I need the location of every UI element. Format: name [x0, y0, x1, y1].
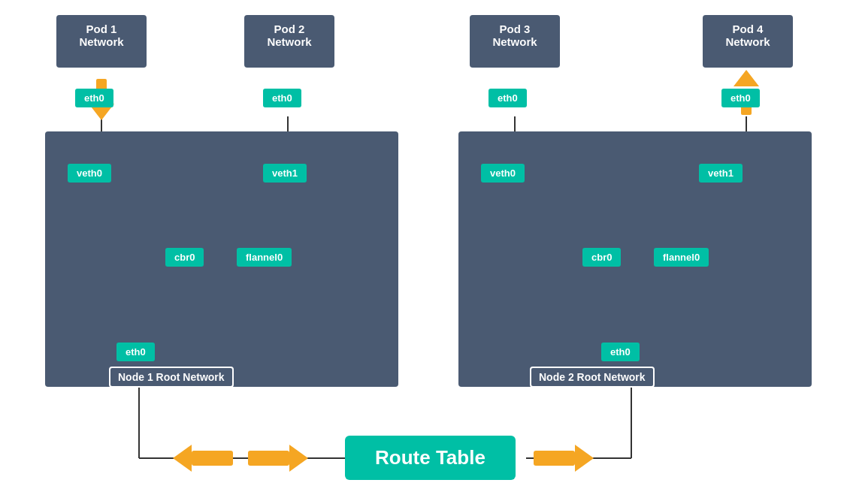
- node1-eth0: eth0: [116, 343, 155, 361]
- svg-rect-27: [534, 451, 575, 466]
- diagram-container: Pod 1 Network Pod 2Network Pod 3Network …: [0, 0, 853, 504]
- node2-veth0: veth0: [481, 164, 525, 183]
- pod4-network-box: Pod 4Network: [703, 15, 793, 68]
- node2-veth1: veth1: [699, 164, 743, 183]
- pod2-network-box: Pod 2Network: [244, 15, 334, 68]
- route-table-label: Route Table: [375, 446, 485, 469]
- pod4-eth0: eth0: [721, 89, 760, 107]
- node2-flannel0: flannel0: [654, 248, 709, 267]
- svg-marker-26: [289, 445, 308, 472]
- pod1-label: Pod 1 Network: [79, 23, 123, 48]
- svg-rect-25: [248, 451, 289, 466]
- route-table: Route Table: [345, 436, 516, 480]
- pod1-eth0: eth0: [75, 89, 113, 107]
- node1-veth0: veth0: [68, 164, 111, 183]
- pod3-eth0: eth0: [489, 89, 527, 107]
- svg-marker-28: [575, 445, 594, 472]
- node2-eth0: eth0: [601, 343, 640, 361]
- pod2-label: Pod 2Network: [267, 23, 311, 48]
- node1-label: Node 1 Root Network: [109, 367, 234, 388]
- node1-veth1: veth1: [263, 164, 307, 183]
- svg-marker-24: [173, 445, 192, 472]
- pod3-network-box: Pod 3Network: [470, 15, 560, 68]
- node1-flannel0: flannel0: [237, 248, 292, 267]
- node2-label: Node 2 Root Network: [530, 367, 655, 388]
- pod1-network-box: Pod 1 Network: [56, 15, 147, 68]
- node1-cbr0: cbr0: [165, 248, 204, 267]
- pod3-label: Pod 3Network: [492, 23, 537, 48]
- pod2-eth0: eth0: [263, 89, 301, 107]
- pod4-label: Pod 4Network: [725, 23, 770, 48]
- svg-rect-23: [192, 451, 233, 466]
- node2-cbr0: cbr0: [582, 248, 621, 267]
- svg-marker-18: [734, 70, 759, 86]
